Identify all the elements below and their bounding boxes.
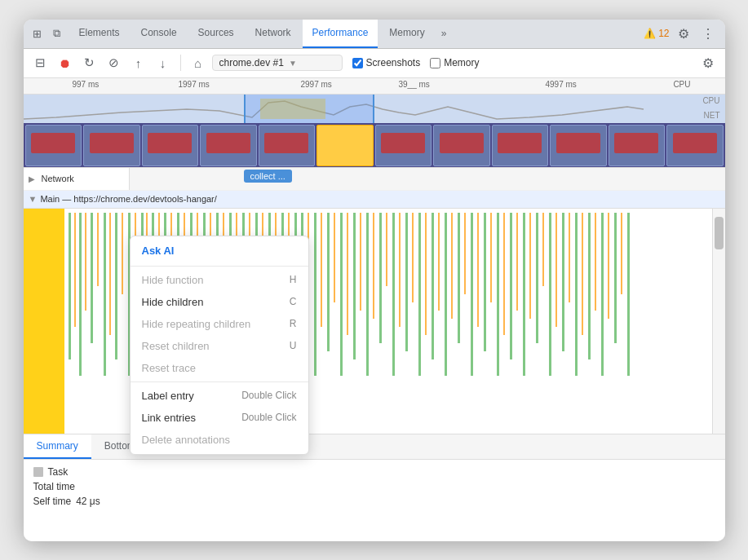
tab-performance[interactable]: Performance: [303, 20, 378, 49]
network-track-row: ▶ Network collect ...: [24, 168, 725, 191]
cpu-track-label: CPU: [702, 96, 719, 105]
svg-rect-5: [91, 213, 93, 343]
svg-rect-82: [588, 213, 591, 359]
menu-label-entry[interactable]: Label entry Double Click: [131, 385, 308, 407]
task-row: Task: [33, 466, 715, 478]
svg-rect-87: [621, 213, 622, 294]
menu-hide-children[interactable]: Hide children C: [131, 291, 308, 313]
svg-rect-1: [69, 213, 71, 359]
total-time-label: Total time: [33, 481, 75, 492]
svg-rect-41: [321, 213, 322, 327]
svg-rect-77: [555, 213, 557, 327]
hide-function-shortcut: H: [290, 274, 297, 285]
svg-rect-10: [122, 213, 123, 294]
svg-rect-84: [601, 213, 604, 376]
self-time-label: Self time: [33, 496, 72, 507]
svg-rect-68: [497, 213, 499, 376]
svg-rect-4: [85, 213, 86, 311]
tab-sources[interactable]: Sources: [188, 20, 244, 49]
clear-button[interactable]: ⊘: [104, 52, 125, 73]
menu-ask-ai[interactable]: Ask AI: [131, 240, 308, 263]
svg-rect-61: [451, 213, 453, 319]
menu-link-entries[interactable]: Link entries Double Click: [131, 407, 308, 429]
tab-network[interactable]: Network: [246, 20, 301, 49]
vertical-scrollbar[interactable]: [712, 209, 725, 434]
tab-summary[interactable]: Summary: [24, 434, 91, 459]
tab-bar-right: ⚠️ 12 ⚙ ⋮: [644, 23, 718, 44]
menu-hide-function: Hide function H: [131, 269, 308, 291]
screenshot-thumb-6: [316, 125, 374, 166]
url-selector[interactable]: chrome.dev #1 ▼: [212, 55, 343, 71]
divider: [180, 55, 181, 71]
menu-reset-children: Reset children U: [131, 335, 308, 357]
svg-rect-74: [536, 213, 538, 343]
screenshot-thumb-1: [25, 125, 82, 166]
svg-rect-6: [97, 213, 99, 286]
reload-button[interactable]: ↻: [79, 52, 100, 73]
task-color-swatch: [33, 467, 43, 477]
svg-rect-47: [360, 213, 361, 311]
network-expand-icon[interactable]: ▶: [29, 174, 38, 183]
screenshot-thumb-4: [200, 125, 257, 166]
download-button[interactable]: ↓: [153, 52, 174, 73]
screenshot-thumb-8: [433, 125, 490, 166]
main-expand-icon[interactable]: ▼: [29, 194, 38, 204]
tick-2997: 2997 ms: [301, 80, 332, 89]
timeline-overview[interactable]: 997 ms 1997 ms 2997 ms 39__ ms 4997 ms C…: [24, 78, 725, 168]
tab-elements[interactable]: Elements: [69, 20, 130, 49]
timeline-ruler-top: 997 ms 1997 ms 2997 ms 39__ ms 4997 ms C…: [24, 78, 725, 95]
upload-button[interactable]: ↑: [128, 52, 149, 73]
tab-memory[interactable]: Memory: [379, 20, 434, 49]
sidebar-toggle-icon[interactable]: ⊟: [30, 52, 51, 73]
label-entry-shortcut: Double Click: [241, 390, 296, 401]
more-options-icon[interactable]: ⋮: [697, 23, 719, 44]
tick-1997: 1997 ms: [179, 80, 210, 89]
menu-reset-trace: Reset trace: [131, 357, 308, 379]
link-entries-shortcut: Double Click: [241, 412, 296, 423]
svg-rect-3: [79, 213, 82, 376]
memory-checkbox[interactable]: Memory: [430, 57, 479, 68]
url-text: chrome.dev #1: [219, 57, 284, 68]
capture-settings-icon[interactable]: ⚙: [697, 52, 719, 73]
network-track-label: ▶ Network: [24, 168, 130, 190]
svg-rect-70: [510, 213, 512, 359]
flame-canvas: [24, 209, 712, 434]
svg-rect-79: [569, 213, 570, 302]
svg-rect-80: [575, 213, 578, 376]
ask-ai-label: Ask AI: [142, 245, 175, 257]
svg-rect-88: [627, 213, 630, 376]
screenshots-checkbox-input[interactable]: [352, 58, 363, 68]
tab-more-button[interactable]: »: [436, 28, 452, 39]
svg-rect-59: [438, 213, 440, 311]
tab-bar-left-icons: ⊞ ⧉: [30, 26, 64, 41]
network-track-content: collect ...: [130, 168, 725, 190]
record-button[interactable]: ⏺: [55, 52, 76, 73]
device-mode-icon[interactable]: ⧉: [50, 26, 64, 41]
flame-yellow-block: [24, 209, 64, 434]
flame-chart[interactable]: [24, 209, 725, 434]
home-button[interactable]: ⌂: [188, 52, 209, 73]
svg-rect-65: [477, 213, 479, 327]
svg-rect-2: [74, 213, 76, 327]
svg-rect-78: [562, 213, 564, 351]
screenshot-thumb-12: [666, 125, 724, 166]
screenshots-checkbox[interactable]: Screenshots: [352, 57, 421, 68]
warning-icon: ⚠️: [644, 28, 656, 39]
svg-rect-8: [109, 213, 111, 335]
self-time-value: 42 μs: [76, 496, 100, 507]
svg-rect-52: [392, 213, 395, 376]
memory-checkbox-input[interactable]: [430, 58, 440, 68]
main-track-label: Main — https://chrome.dev/devtools-hanga…: [40, 194, 216, 204]
screenshots-strip: [24, 123, 725, 168]
tab-console[interactable]: Console: [131, 20, 187, 49]
cpu-label: CPU: [673, 80, 690, 89]
warning-badge[interactable]: ⚠️ 12: [644, 28, 669, 39]
settings-gear-icon[interactable]: ⚙: [673, 23, 694, 44]
scrollbar-thumb[interactable]: [715, 217, 724, 249]
hide-repeating-shortcut: R: [290, 318, 297, 329]
svg-rect-56: [418, 213, 421, 376]
hide-children-label: Hide children: [142, 296, 204, 308]
devtools-icon: ⊞: [30, 26, 45, 41]
flame-rows: [24, 209, 712, 434]
secondary-toolbar: ⊟ ⏺ ↻ ⊘ ↑ ↓ ⌂ chrome.dev #1 ▼ Screenshot…: [24, 49, 725, 78]
